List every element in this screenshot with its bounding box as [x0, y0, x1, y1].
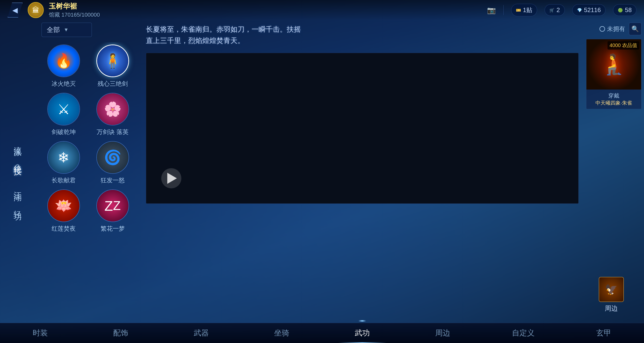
- left-nav: 流派 绝技 ⚙ 江湖 轻功: [0, 20, 35, 323]
- costume-price-badge: 4000 农品值: [608, 41, 639, 50]
- camera-icon[interactable]: 📷: [487, 6, 496, 14]
- tab-wugong[interactable]: 武功: [322, 323, 403, 343]
- skill-label-red-lotus: 红莲焚夜: [52, 225, 76, 233]
- sidebar-item-juejue[interactable]: 绝技 ⚙: [12, 159, 23, 170]
- costume-price-unit: 农品值: [622, 42, 637, 48]
- search-bar: 未拥有 🔍: [586, 23, 641, 35]
- cart-icon: 🛒: [549, 8, 554, 13]
- top-bar: ◀ 🏛 玉树华裾 馆藏 170165/100000 📷 🎫 1贴 🛒 2 💎 5…: [0, 0, 644, 20]
- user-name: 玉树华裾: [49, 2, 100, 11]
- skill-icon-remnant: 🧍: [96, 45, 129, 77]
- skill-label-flower: 繁花一梦: [101, 225, 125, 233]
- currency-icon: 💎: [577, 8, 582, 13]
- avatar-icon: 🏛: [32, 6, 39, 14]
- filter-dropdown[interactable]: 全部 ▼: [42, 23, 92, 37]
- costume-name: 中天曦四象·朱雀: [589, 100, 639, 106]
- video-preview[interactable]: [146, 53, 579, 204]
- divider: [503, 5, 504, 15]
- skill-item-long-song[interactable]: ❄ 长歌献君: [42, 141, 86, 184]
- cart-group[interactable]: 🛒 2: [545, 4, 565, 16]
- search-button[interactable]: 🔍: [629, 23, 641, 35]
- skill-item-flower[interactable]: ZZ 繁花一梦: [91, 189, 135, 233]
- skill-icon-wan-sword: 🌸: [96, 93, 129, 125]
- top-left-section: ◀ 🏛 玉树华裾 馆藏 170165/100000: [8, 2, 100, 19]
- tab-label-wugong: 武功: [355, 328, 370, 338]
- skill-item-remnant[interactable]: 🧍 残心三绝剑: [91, 45, 135, 88]
- tab-zidingyi[interactable]: 自定义: [483, 323, 564, 343]
- avatar: 🏛: [28, 2, 44, 18]
- nav-label-qinggong: 轻功: [12, 204, 23, 208]
- skill-inner-remnant: 🧍: [97, 45, 128, 76]
- skill-item-mad[interactable]: 🌀 狂发一怒: [91, 141, 135, 184]
- skill-inner-long-song: ❄: [48, 142, 79, 173]
- main-layout: 流派 绝技 ⚙ 江湖 轻功 全部 ▼ 🔥: [0, 20, 644, 323]
- tab-label-xuanjia: 玄甲: [596, 328, 611, 338]
- tab-label-zhoubian: 周边: [435, 328, 450, 338]
- skill-description: 长夏将至，朱雀南归。赤羽如刀，一瞬千击。扶摇 直上三千里，烈焰煌煌焚青天。: [146, 24, 579, 47]
- points-icon: 🎫: [516, 8, 521, 13]
- peripheral-label: 周边: [605, 304, 618, 313]
- skill-inner-red-lotus: 🪷: [48, 190, 79, 222]
- skill-item-sword-break[interactable]: ⚔ 剑破乾坤: [42, 93, 86, 136]
- skill-icon-ice-fire: 🔥: [47, 45, 80, 77]
- bottom-tab-bar: 时装 配饰 武器 坐骑 武功 周边 自定义 玄甲: [0, 323, 644, 343]
- skill-inner-flower: ZZ: [97, 190, 129, 222]
- costume-info: 穿戴 中天曦四象·朱雀: [586, 90, 641, 109]
- nav-label-juejue: 绝技: [12, 159, 23, 163]
- tab-label-shizhuang: 时装: [33, 328, 48, 338]
- costume-price-value: 4000: [610, 42, 621, 48]
- tab-active-indicator: [358, 320, 366, 322]
- peripheral-floating-item[interactable]: 🦅 周边: [599, 277, 624, 313]
- skill-list-panel: 全部 ▼ 🔥 冰火绝灭 🧍 残心: [35, 20, 141, 323]
- peripheral-icon: 🦅: [599, 277, 624, 302]
- not-owned-filter[interactable]: 未拥有: [599, 25, 625, 33]
- remnant-figure-icon: 🧍: [104, 53, 122, 69]
- user-collection-score: 馆藏 170165/100000: [49, 11, 100, 19]
- tab-zhoubian[interactable]: 周边: [403, 323, 483, 343]
- points-group[interactable]: 🎫 1贴: [511, 4, 537, 16]
- costume-preview-card[interactable]: 🧎 4000 农品值 穿戴 中天曦四象·朱雀: [586, 39, 641, 109]
- green-currency-icon: 🟢: [618, 8, 623, 13]
- not-owned-circle-icon: [599, 26, 605, 32]
- skill-icon-red-lotus: 🪷: [47, 189, 80, 222]
- skill-icon-flower: ZZ: [96, 189, 129, 222]
- skill-grid: 🔥 冰火绝灭 🧍 残心三绝剑 ⚔: [39, 42, 137, 235]
- nav-label-liupai: 流派: [12, 140, 23, 144]
- tab-wuqi[interactable]: 武器: [161, 323, 242, 343]
- tab-label-zuoji: 坐骑: [274, 328, 289, 338]
- skill-inner-wan-sword: 🌸: [97, 93, 129, 125]
- skill-inner-mad: 🌀: [97, 142, 129, 173]
- points-label: 1贴: [523, 6, 532, 14]
- sidebar-item-jianghu[interactable]: 江湖: [12, 185, 23, 189]
- skill-label-wan-sword: 万剑诀 落英: [97, 128, 129, 136]
- tab-xuanjia[interactable]: 玄甲: [564, 323, 644, 343]
- skill-icon-mad: 🌀: [96, 141, 129, 174]
- tab-zuoji[interactable]: 坐骑: [242, 323, 322, 343]
- skill-label-long-song: 长歌献君: [52, 176, 76, 184]
- main-content-area: 长夏将至，朱雀南归。赤羽如刀，一瞬千击。扶摇 直上三千里，烈焰煌煌焚青天。: [141, 20, 584, 323]
- description-line1: 长夏将至，朱雀南归。赤羽如刀，一瞬千击。扶摇: [146, 24, 579, 35]
- green-currency-group[interactable]: 🟢 58: [613, 4, 636, 16]
- filter-label: 全部: [47, 25, 60, 34]
- skill-inner-ice-fire: 🔥: [48, 45, 79, 77]
- skill-inner-sword-break: ⚔: [48, 93, 79, 125]
- play-button[interactable]: [161, 168, 181, 188]
- sidebar-item-qinggong[interactable]: 轻功: [12, 204, 23, 208]
- skill-label-ice-fire: 冰火绝灭: [52, 80, 76, 88]
- search-icon: 🔍: [631, 25, 639, 32]
- filter-arrow-icon: ▼: [64, 27, 69, 33]
- skill-label-remnant: 残心三绝剑: [98, 80, 128, 88]
- costume-figure-icon: 🧎: [601, 53, 626, 76]
- costume-image-area: 🧎 4000 农品值: [586, 39, 641, 90]
- skill-item-red-lotus[interactable]: 🪷 红莲焚夜: [42, 189, 86, 233]
- filter-bar: 全部 ▼: [42, 23, 137, 37]
- tab-label-zidingyi: 自定义: [512, 328, 535, 338]
- tab-shizhuang[interactable]: 时装: [0, 323, 80, 343]
- tab-peishi[interactable]: 配饰: [80, 323, 161, 343]
- back-button[interactable]: ◀: [8, 3, 23, 18]
- sidebar-item-liupai[interactable]: 流派: [12, 140, 23, 144]
- skill-item-wan-sword[interactable]: 🌸 万剑诀 落英: [91, 93, 135, 136]
- skill-item-ice-fire[interactable]: 🔥 冰火绝灭: [42, 45, 86, 88]
- user-info: 玉树华裾 馆藏 170165/100000: [49, 2, 100, 19]
- currency-group[interactable]: 💎 52116: [572, 4, 606, 16]
